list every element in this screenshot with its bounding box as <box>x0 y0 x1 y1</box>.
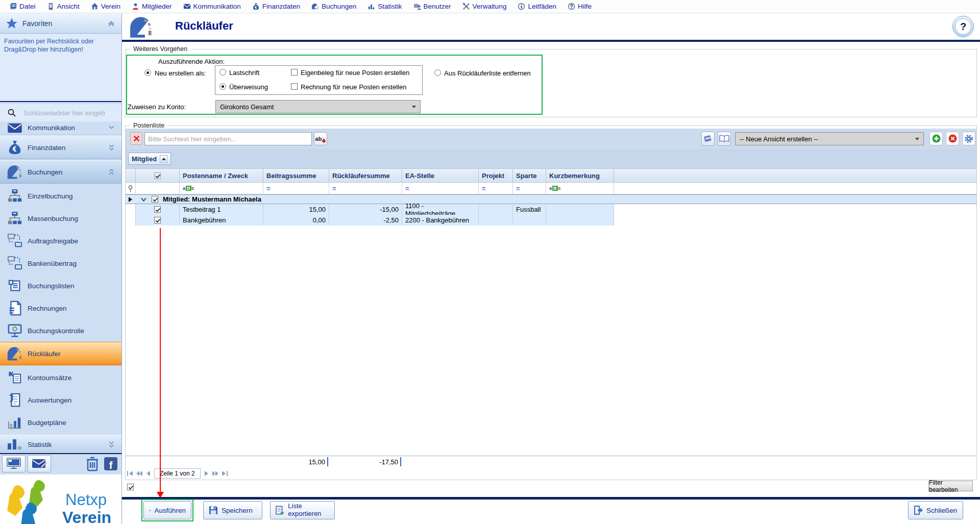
radio-entfernen[interactable] <box>434 69 441 76</box>
cell-ea-stelle[interactable]: 2200 - Bankgebühren <box>402 215 479 226</box>
cell-kurzbemerkung[interactable] <box>546 215 614 226</box>
cell-kurzbemerkung[interactable] <box>546 204 614 215</box>
radio-ueberweisung[interactable] <box>219 83 226 90</box>
facebook-icon[interactable]: f <box>104 457 117 470</box>
filter-cell-ruecklaeufersumme[interactable]: = <box>329 183 402 194</box>
menu-item-statistik[interactable]: Statistik <box>362 0 407 13</box>
sidebar-item-buchungskontrolle[interactable]: Buchungskontrolle <box>0 319 121 342</box>
menu-item-datei[interactable]: Datei <box>4 0 41 13</box>
cell-ea-stelle[interactable]: 1100 - Mitgliedsbeiträge <box>402 204 479 215</box>
row-select-cell[interactable] <box>136 204 180 215</box>
spellcheck-button[interactable]: ab <box>314 132 327 145</box>
grid-settings-button[interactable] <box>962 132 975 145</box>
open-book-button[interactable] <box>718 132 731 146</box>
grid-search-input[interactable] <box>144 132 312 145</box>
row-checkbox[interactable] <box>154 217 161 223</box>
sidebar-item-auswertungen[interactable]: Auswertungen <box>0 389 121 411</box>
filter-cell-projekt[interactable]: = <box>479 183 513 194</box>
remote-desktop-button[interactable] <box>2 455 26 472</box>
radio-lastschrift[interactable] <box>219 69 226 76</box>
filter-cell-sparte[interactable]: = <box>513 183 546 194</box>
collapse-caret-icon[interactable] <box>141 197 146 202</box>
cell-beitragssumme[interactable]: 0,00 <box>263 215 329 226</box>
clear-search-button[interactable] <box>130 132 142 145</box>
sidebar-item-ruecklaeufer[interactable]: Rückläufer <box>0 342 121 365</box>
schliessen-button[interactable]: Schließen <box>908 501 963 519</box>
sidebar-item-kontoumsaetze[interactable]: Kontoumsätze <box>0 366 121 389</box>
collapse-chevron-icon[interactable] <box>108 20 114 27</box>
sidebar-item-kommunikation[interactable]: Kommunikation <box>0 121 121 135</box>
group-row-mitglied[interactable]: Mitglied: Mustermann Michaela <box>126 194 976 204</box>
filter-cell-checkbox[interactable] <box>136 183 180 194</box>
pager-last-icon[interactable] <box>221 470 228 477</box>
sidebar-item-einzelbuchung[interactable]: Einzelbuchung <box>0 185 121 207</box>
liste-exportieren-button[interactable]: Liste exportieren <box>270 501 335 519</box>
filter-edit-button[interactable]: Filter bearbeiten <box>928 481 973 491</box>
view-dropdown[interactable]: -- Neue Ansicht erstellen -- <box>735 132 924 145</box>
row-checkbox[interactable] <box>154 206 161 213</box>
table-row[interactable]: Bankgebühren 0,00 -2,50 2200 - Bankgebüh… <box>126 215 976 226</box>
cell-projekt[interactable] <box>479 215 513 226</box>
menu-item-hilfe[interactable]: Hilfe <box>562 0 597 13</box>
menu-item-finanzdaten[interactable]: Finanzdaten <box>247 0 305 13</box>
konto-dropdown[interactable]: Girokonto Gesamt <box>215 100 421 113</box>
checkbox-eigenbeleg-label[interactable]: Eigenbeleg für neue Posten erstellen <box>301 69 409 77</box>
checkbox-rechnung[interactable] <box>291 83 298 90</box>
radio-neu-erstellen[interactable] <box>144 69 151 76</box>
pager-prev-icon[interactable] <box>145 470 152 477</box>
speichern-button[interactable]: Speichern <box>203 501 262 519</box>
radio-entfernen-label[interactable]: Aus Rückläuferliste entfernen <box>444 69 531 77</box>
groupby-chip-mitglied[interactable]: Mitglied <box>128 153 171 165</box>
pager-fast-prev-icon[interactable] <box>136 470 143 477</box>
column-header-beitragssumme[interactable]: Beitragssumme <box>263 169 329 182</box>
pager-fast-next-icon[interactable] <box>212 470 219 477</box>
cell-ruecklaeufersumme[interactable]: -15,00 <box>329 204 402 215</box>
cell-sparte[interactable] <box>513 215 546 226</box>
sidebar-search-input[interactable] <box>23 109 115 117</box>
help-button[interactable]: ? <box>952 16 974 37</box>
favorites-header[interactable]: Favoriten <box>0 13 121 34</box>
sidebar-item-buchungen[interactable]: Buchungen <box>0 160 121 184</box>
menu-item-verein[interactable]: Verein <box>86 0 126 13</box>
radio-neu-erstellen-label[interactable]: Neu erstellen als: <box>155 69 206 77</box>
filter-cell-postenname[interactable]: aBc <box>180 183 263 194</box>
column-header-sparte[interactable]: Sparte <box>513 169 546 182</box>
header-select-all[interactable] <box>136 169 180 182</box>
cell-postenname[interactable]: Bankgebühren <box>180 215 263 226</box>
sidebar-item-auftragsfreigabe[interactable]: Auftragsfreigabe <box>0 230 121 252</box>
sidebar-item-rechnungen[interactable]: Rechnungen <box>0 297 121 319</box>
closed-book-button[interactable] <box>701 132 715 146</box>
group-row-checkbox[interactable] <box>152 196 158 203</box>
menu-item-kommunikation[interactable]: Kommunikation <box>178 0 246 13</box>
menu-item-leitfaeden[interactable]: Leitfäden <box>512 0 561 13</box>
menu-item-benutzer[interactable]: Benutzer <box>408 0 456 13</box>
pager-first-icon[interactable] <box>127 470 134 477</box>
filter-cell-kurzbemerkung[interactable]: aBc <box>546 183 614 194</box>
cell-beitragssumme[interactable]: 15,00 <box>263 204 329 215</box>
sidebar-item-bankenuebertrag[interactable]: Bankenübertrag <box>0 252 121 275</box>
cell-projekt[interactable] <box>479 204 513 215</box>
sort-asc-icon[interactable] <box>160 155 167 163</box>
cell-ruecklaeufersumme[interactable]: -2,50 <box>329 215 402 226</box>
send-mail-button[interactable] <box>28 455 51 472</box>
sidebar-item-budgetplaene[interactable]: Budgetpläne <box>0 411 121 434</box>
checkbox-rechnung-label[interactable]: Rechnung für neue Posten erstellen <box>301 83 406 91</box>
column-header-ruecklaeufersumme[interactable]: Rückläufersumme <box>329 169 402 182</box>
sidebar-item-finanzdaten[interactable]: Finanzdaten <box>0 136 121 159</box>
delete-view-button[interactable] <box>946 132 959 145</box>
cell-postenname[interactable]: Testbeitrag 1 <box>180 204 263 215</box>
row-select-cell[interactable] <box>136 215 180 226</box>
column-header-ea-stelle[interactable]: EA-Stelle <box>402 169 479 182</box>
cell-sparte[interactable]: Fussball <box>513 204 546 215</box>
filter-cell-ea-stelle[interactable]: = <box>402 183 479 194</box>
radio-ueberweisung-label[interactable]: Überweisung <box>229 83 268 91</box>
pager-next-icon[interactable] <box>203 470 210 477</box>
menu-item-verwaltung[interactable]: Verwaltung <box>457 0 512 13</box>
checkbox-eigenbeleg[interactable] <box>291 69 298 76</box>
menu-item-mitglieder[interactable]: Mitglieder <box>127 0 177 13</box>
menu-item-ansicht[interactable]: Ansicht <box>42 0 85 13</box>
add-view-button[interactable] <box>929 132 943 145</box>
ausfuehren-button[interactable]: Ausführen <box>143 501 191 519</box>
table-row[interactable]: Testbeitrag 1 15,00 -15,00 1100 - Mitgli… <box>126 204 976 215</box>
radio-lastschrift-label[interactable]: Lastschrift <box>229 69 259 77</box>
